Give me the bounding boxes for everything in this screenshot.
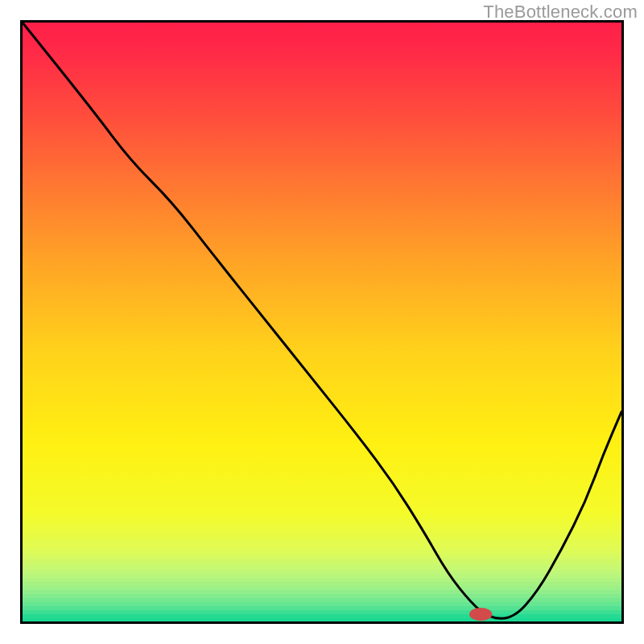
- watermark-text: TheBottleneck.com: [483, 2, 638, 23]
- optimal-point-marker: [469, 608, 492, 621]
- curve-layer: [23, 23, 621, 621]
- plot-area: [20, 20, 624, 624]
- chart-stage: TheBottleneck.com: [0, 0, 644, 644]
- bottleneck-curve: [23, 23, 621, 618]
